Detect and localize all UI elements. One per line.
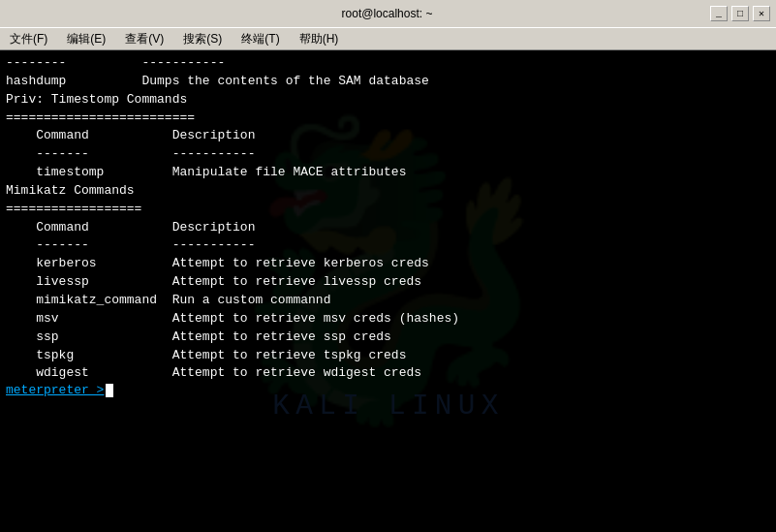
- menubar: 文件(F) 编辑(E) 查看(V) 搜索(S) 终端(T) 帮助(H): [0, 27, 776, 50]
- minimize-button[interactable]: _: [710, 6, 728, 21]
- terminal-line: Command Description: [6, 219, 770, 237]
- menu-search[interactable]: 搜索(S): [177, 29, 228, 49]
- titlebar-title: root@localhost: ~: [64, 7, 710, 20]
- cursor: [106, 384, 113, 397]
- menu-view[interactable]: 查看(V): [119, 29, 170, 49]
- terminal-content: -------- -----------hashdump Dumps the c…: [6, 54, 770, 383]
- terminal-line: -------- -----------: [6, 54, 770, 73]
- terminal-line: wdigest Attempt to retrieve wdigest cred…: [6, 364, 770, 383]
- terminal-line: timestomp Manipulate file MACE attribute…: [6, 164, 770, 182]
- terminal-line: =========================: [6, 110, 770, 128]
- terminal-line: ------- -----------: [6, 236, 770, 255]
- terminal-line: tspkg Attempt to retrieve tspkg creds: [6, 347, 770, 365]
- prompt-text: meterpreter >: [6, 383, 104, 397]
- menu-terminal[interactable]: 终端(T): [235, 29, 285, 49]
- maximize-button[interactable]: □: [731, 6, 749, 21]
- menu-file[interactable]: 文件(F): [4, 29, 53, 49]
- terminal-line: ssp Attempt to retrieve ssp creds: [6, 329, 770, 347]
- menu-help[interactable]: 帮助(H): [294, 29, 345, 49]
- titlebar-buttons: _ □ ✕: [710, 6, 770, 21]
- terminal-line: kerberos Attempt to retrieve kerberos cr…: [6, 255, 770, 273]
- terminal-line: ------- -----------: [6, 145, 770, 164]
- terminal-line: ==================: [6, 201, 770, 219]
- terminal-line: Mimikatz Commands: [6, 182, 770, 201]
- terminal[interactable]: 🐉 KALI LINUX -------- -----------hashdum…: [0, 50, 776, 532]
- close-button[interactable]: ✕: [753, 6, 770, 21]
- terminal-line: mimikatz_command Run a custom commannd: [6, 292, 770, 310]
- terminal-line: Priv: Timestomp Commands: [6, 91, 770, 110]
- prompt-line: meterpreter >: [6, 383, 770, 397]
- titlebar: root@localhost: ~ _ □ ✕: [0, 0, 776, 27]
- menu-edit[interactable]: 编辑(E): [61, 29, 111, 49]
- terminal-line: livessp Attempt to retrieve livessp cred…: [6, 273, 770, 292]
- terminal-line: hashdump Dumps the contents of the SAM d…: [6, 73, 770, 91]
- terminal-line: Command Description: [6, 127, 770, 145]
- terminal-line: msv Attempt to retrieve msv creds (hashe…: [6, 310, 770, 329]
